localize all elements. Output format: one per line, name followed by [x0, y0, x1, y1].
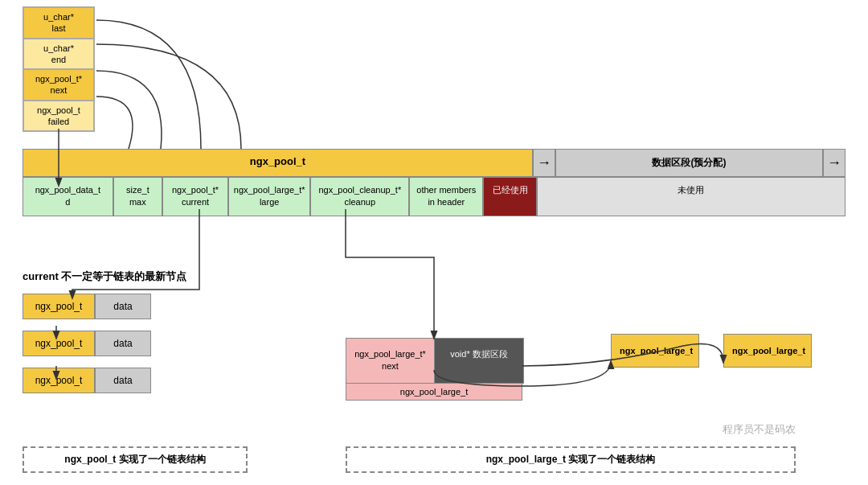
- large-pool: ngx_pool_large_t*next void* 数据区段 ngx_poo…: [346, 338, 524, 401]
- cell-max: size_tmax: [113, 177, 162, 216]
- cell-unused: 未使用: [537, 177, 845, 216]
- cell-cleanup: ngx_pool_cleanup_t*cleanup: [310, 177, 409, 216]
- chain-gray-3: data: [95, 368, 151, 393]
- d-row-next: ngx_pool_t*next: [23, 69, 94, 101]
- chain-yellow-3: ngx_pool_t: [23, 368, 95, 393]
- pool-data-label: 数据区段(预分配): [555, 149, 823, 177]
- chain-yellow-1: ngx_pool_t: [23, 294, 95, 319]
- cell-d: ngx_pool_data_td: [23, 177, 113, 216]
- chain-item-3: ngx_pool_t data: [23, 368, 151, 393]
- large-cell-next: ngx_pool_large_t*next: [346, 339, 435, 383]
- chain-gray-1: data: [95, 294, 151, 319]
- d-row-end: u_char*end: [23, 39, 94, 70]
- large-cell-data: void* 数据区段: [435, 339, 523, 383]
- main-pool: ngx_pool_t → 数据区段(预分配) → ngx_pool_data_t…: [23, 149, 845, 216]
- pool-header: ngx_pool_t → 数据区段(预分配) →: [23, 149, 845, 177]
- chain-item-2: ngx_pool_t data: [23, 331, 151, 356]
- d-row-failed: ngx_pool_tfailed: [23, 101, 94, 132]
- pool-title: ngx_pool_t: [23, 149, 533, 177]
- large-pool-name: ngx_pool_large_t: [346, 384, 522, 401]
- large-pool-inner: ngx_pool_large_t*next void* 数据区段: [346, 338, 524, 384]
- current-label: current 不一定等于链表的最新节点: [23, 269, 186, 284]
- pool-arrow2: →: [823, 149, 845, 177]
- d-struct: u_char*last u_char*end ngx_pool_t*next n…: [23, 6, 95, 132]
- chain-list: ngx_pool_t data ngx_pool_t data ngx_pool…: [23, 294, 151, 405]
- d-row-last: u_char*last: [23, 7, 94, 39]
- chain-label: ngx_pool_t 实现了一个链表结构: [23, 446, 248, 473]
- cell-current: ngx_pool_t*current: [162, 177, 228, 216]
- cell-used: 已经使用: [483, 177, 537, 216]
- diagram-container: d u_char*last u_char*end ngx_pool_t*next…: [0, 0, 868, 485]
- watermark: 程序员不是码农: [723, 422, 796, 437]
- chain-gray-2: data: [95, 331, 151, 356]
- cell-large: ngx_pool_large_t*large: [228, 177, 310, 216]
- pool-cells: ngx_pool_data_td size_tmax ngx_pool_t*cu…: [23, 177, 845, 216]
- large-box-1: ngx_pool_large_t: [611, 334, 699, 368]
- large-box-2: ngx_pool_large_t: [723, 334, 812, 368]
- cell-other-members: other membersin header: [409, 177, 483, 216]
- chain-item-1: ngx_pool_t data: [23, 294, 151, 319]
- chain-yellow-2: ngx_pool_t: [23, 331, 95, 356]
- large-chain-label: ngx_pool_large_t 实现了一个链表结构: [346, 446, 796, 473]
- arrows-overlay: [0, 0, 868, 485]
- pool-arrow: →: [533, 149, 555, 177]
